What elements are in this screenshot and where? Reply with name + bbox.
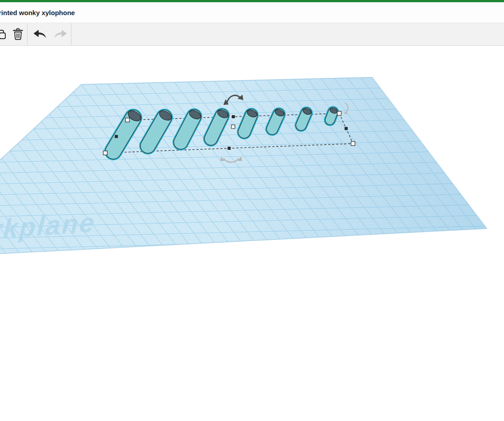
toolbar: [0, 23, 504, 46]
delete-button[interactable]: [11, 23, 25, 45]
toolbar-separator: [71, 23, 71, 45]
duplicate-icon: [0, 29, 6, 40]
undo-button[interactable]: [31, 23, 49, 45]
scale-handle[interactable]: [126, 118, 130, 122]
xylophone-bar[interactable]: [329, 107, 338, 120]
scale-handle[interactable]: [103, 151, 107, 155]
edge-handle[interactable]: [115, 135, 118, 138]
redo-button[interactable]: [52, 23, 69, 45]
viewport-canvas[interactable]: Workplane: [0, 46, 504, 421]
redo-icon: [53, 28, 68, 40]
edge-handle[interactable]: [345, 127, 348, 130]
edge-handle[interactable]: [232, 115, 235, 118]
3d-scene: Workplane: [0, 46, 504, 421]
design-title: rinted wonky xylophone: [0, 9, 75, 16]
toolbar-separator: [27, 23, 28, 45]
duplicate-button[interactable]: [0, 23, 7, 45]
height-handle[interactable]: [231, 125, 235, 128]
header-bar: rinted wonky xylophone: [0, 2, 504, 23]
scale-handle[interactable]: [337, 112, 341, 116]
scale-handle[interactable]: [351, 142, 355, 146]
undo-icon: [32, 28, 48, 40]
trash-icon: [13, 28, 23, 40]
edge-handle[interactable]: [228, 147, 231, 150]
